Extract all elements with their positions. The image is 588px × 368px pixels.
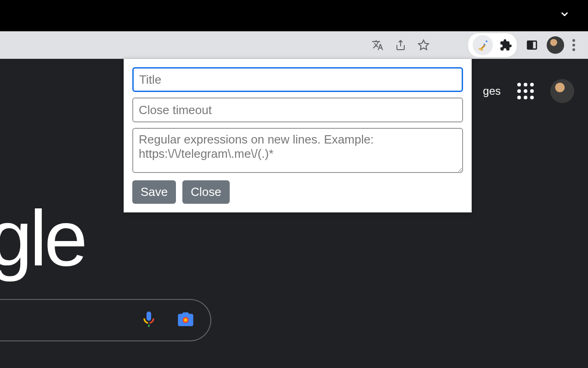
svg-marker-1 xyxy=(418,40,429,50)
svg-rect-3 xyxy=(528,42,532,48)
profile-avatar[interactable] xyxy=(547,36,564,54)
nav-link-images-partial[interactable]: ges xyxy=(483,85,501,98)
apps-grid-icon[interactable] xyxy=(517,83,534,99)
close-button[interactable]: Close xyxy=(182,180,229,204)
bookmark-star-icon[interactable] xyxy=(417,39,430,52)
chevron-down-icon[interactable] xyxy=(560,9,570,22)
extension-popup: Save Close xyxy=(124,59,472,213)
close-timeout-input[interactable] xyxy=(132,98,463,122)
extension-pill xyxy=(468,33,517,58)
page-top-nav: ges xyxy=(483,79,574,103)
title-input[interactable] xyxy=(132,67,463,92)
image-search-icon[interactable] xyxy=(176,310,195,330)
account-avatar[interactable] xyxy=(550,79,574,103)
svg-point-5 xyxy=(184,318,187,322)
top-banner xyxy=(0,0,588,31)
share-icon[interactable] xyxy=(394,39,407,52)
extensions-puzzle-icon[interactable] xyxy=(499,39,512,52)
side-panel-icon[interactable] xyxy=(526,39,538,52)
browser-toolbar xyxy=(0,31,588,59)
voice-search-icon[interactable] xyxy=(140,310,158,330)
translate-icon[interactable] xyxy=(371,39,384,52)
address-bar[interactable] xyxy=(0,35,436,55)
kebab-menu-icon[interactable] xyxy=(572,39,575,51)
toolbar-right xyxy=(468,33,575,58)
google-logo-partial: gle xyxy=(0,193,85,283)
google-search-bar[interactable] xyxy=(0,299,211,341)
regex-textarea[interactable] xyxy=(132,128,463,173)
broom-sparkle-icon[interactable] xyxy=(473,35,493,55)
popup-button-row: Save Close xyxy=(132,180,463,204)
save-button[interactable]: Save xyxy=(132,180,176,204)
